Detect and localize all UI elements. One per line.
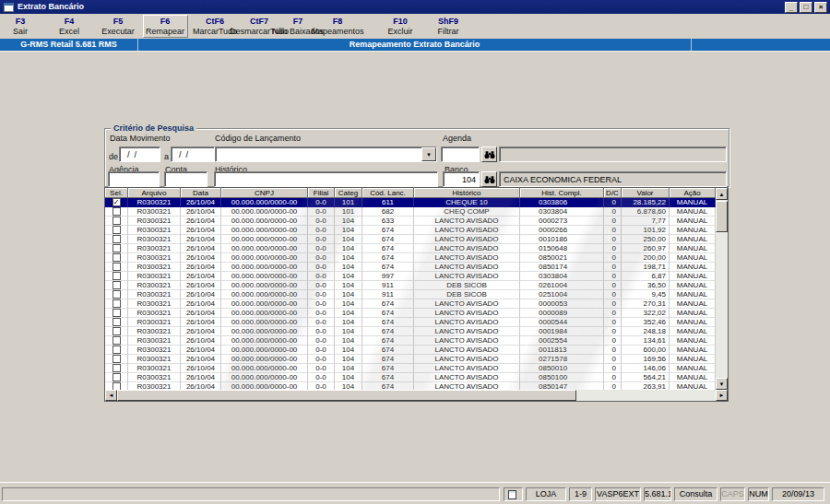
cell-historico: LANCTO AVISADO — [414, 309, 520, 318]
row-checkbox[interactable] — [113, 364, 121, 372]
table-row[interactable]: R030032126/10/0400.000.000/0000-000-0104… — [105, 253, 716, 263]
scroll-right-icon[interactable]: ► — [716, 390, 728, 401]
row-checkbox[interactable] — [113, 244, 121, 252]
table-row[interactable]: R030032126/10/0400.000.000/0000-000-0104… — [105, 364, 716, 373]
horizontal-scrollbar[interactable]: ◄ ► — [105, 390, 728, 401]
cell-data: 26/10/04 — [181, 217, 221, 226]
row-checkbox[interactable] — [113, 336, 121, 345]
cell-arquivo: R0300321 — [128, 355, 181, 364]
historico-input[interactable] — [214, 171, 438, 187]
cell-acao: MANUAL — [670, 346, 716, 355]
toolbar-button-excel[interactable]: F4Excel — [47, 15, 91, 38]
cell-hist-compl: 0303806 — [520, 198, 604, 207]
cell-valor: 248,18 — [622, 327, 670, 336]
table-row[interactable]: R030032126/10/0400.000.000/0000-000-0104… — [105, 382, 716, 390]
column-header-categ: Categ — [335, 188, 362, 198]
table-row[interactable]: R030032126/10/0400.000.000/0000-000-0104… — [105, 309, 716, 318]
table-row[interactable]: R030032126/10/0400.000.000/0000-000-0104… — [105, 272, 716, 281]
cell-dc: 0 — [604, 244, 622, 253]
row-checkbox[interactable] — [113, 373, 121, 381]
de-label: de — [109, 152, 118, 161]
table-row[interactable]: ✓R030032126/10/0400.000.000/0000-000-010… — [105, 198, 716, 207]
agenda-desc-field — [499, 147, 727, 162]
cell-historico: LANCTO AVISADO — [414, 253, 520, 263]
status-message-panel — [2, 487, 500, 501]
scroll-down-icon[interactable]: ▼ — [716, 378, 728, 390]
table-row[interactable]: R030032126/10/0400.000.000/0000-000-0104… — [105, 290, 716, 299]
status-consulta: Consulta — [674, 487, 717, 501]
row-checkbox[interactable] — [113, 272, 121, 280]
agencia-input[interactable] — [108, 171, 160, 187]
table-row[interactable]: R030032126/10/0400.000.000/0000-000-0104… — [105, 226, 716, 235]
cell-acao: MANUAL — [670, 198, 716, 207]
agenda-input[interactable] — [441, 147, 480, 162]
table-row[interactable]: R030032126/10/0400.000.000/0000-000-0104… — [105, 217, 716, 226]
date-to-input[interactable] — [171, 147, 215, 162]
table-row[interactable]: R030032126/10/0400.000.000/0000-000-0104… — [105, 327, 716, 336]
table-row[interactable]: R030032126/10/0400.000.000/0000-000-0104… — [105, 318, 716, 327]
row-checkbox[interactable] — [113, 263, 121, 271]
toolbar-key-label: CtF7 — [250, 17, 268, 26]
table-row[interactable]: R030032126/10/0400.000.000/0000-000-0104… — [105, 373, 716, 382]
row-checkbox[interactable] — [113, 207, 121, 216]
vertical-scroll-thumb[interactable] — [716, 201, 728, 232]
row-checkbox[interactable]: ✓ — [113, 198, 121, 206]
table-row[interactable]: R030032126/10/0400.000.000/0000-000-0104… — [105, 299, 716, 309]
table-row[interactable]: R030032126/10/0400.000.000/0000-000-0104… — [105, 244, 716, 253]
table-row[interactable]: R030032126/10/0400.000.000/0000-000-0104… — [105, 235, 716, 244]
conta-input[interactable] — [164, 171, 208, 187]
horizontal-scroll-thumb[interactable] — [117, 390, 576, 401]
table-row[interactable]: R030032126/10/0400.000.000/0000-000-0104… — [105, 336, 716, 346]
toolbar-button-mapeamentos[interactable]: F8Mapeamentos — [305, 15, 370, 38]
row-checkbox[interactable] — [113, 382, 121, 390]
row-checkbox[interactable] — [113, 355, 121, 363]
scroll-up-icon[interactable]: ▲ — [716, 188, 728, 200]
cell-historico: LANCTO AVISADO — [414, 226, 520, 235]
banco-input[interactable] — [443, 171, 480, 187]
toolbar-button-sair[interactable]: F3Sair — [0, 15, 41, 38]
row-checkbox[interactable] — [113, 226, 121, 234]
scroll-left-icon[interactable]: ◄ — [105, 390, 117, 401]
agenda-lookup-button[interactable] — [481, 147, 497, 162]
cell-hist-compl: 0850147 — [520, 382, 604, 390]
table-row[interactable]: R030032126/10/0400.000.000/0000-000-0101… — [105, 207, 716, 217]
toolbar-key-label: F6 — [160, 17, 171, 26]
table-row[interactable]: R030032126/10/0400.000.000/0000-000-0104… — [105, 346, 716, 355]
row-checkbox[interactable] — [113, 309, 121, 317]
row-select-cell — [105, 253, 128, 263]
minimize-button[interactable]: _ — [785, 2, 798, 13]
date-from-input[interactable] — [119, 147, 160, 162]
cell-cod-lanc: 674 — [362, 336, 414, 346]
row-checkbox[interactable] — [113, 235, 121, 243]
toolbar-button-excluir[interactable]: F10Excluir — [379, 15, 421, 38]
cell-acao: MANUAL — [670, 226, 716, 235]
cell-cod-lanc: 674 — [362, 309, 414, 318]
row-checkbox[interactable] — [113, 290, 121, 299]
cell-dc: 0 — [604, 263, 622, 272]
maximize-button[interactable]: □ — [800, 2, 812, 13]
row-select-cell — [105, 309, 128, 318]
binoculars-icon — [484, 175, 495, 184]
cell-historico: DEB SICOB — [414, 290, 520, 299]
table-row[interactable]: R030032126/10/0400.000.000/0000-000-0104… — [105, 355, 716, 364]
row-checkbox[interactable] — [113, 318, 121, 326]
row-checkbox[interactable] — [113, 253, 121, 262]
cell-acao: MANUAL — [670, 382, 716, 390]
banco-lookup-button[interactable] — [481, 171, 497, 187]
table-row[interactable]: R030032126/10/0400.000.000/0000-000-0104… — [105, 263, 716, 272]
vertical-scrollbar[interactable]: ▲ ▼ — [716, 188, 728, 390]
toolbar-button-filtrar[interactable]: ShF9Filtrar — [428, 15, 468, 38]
toolbar-button-remapear[interactable]: F6Remapear — [143, 15, 188, 38]
toolbar-button-executar[interactable]: F5Executar — [92, 15, 144, 38]
row-checkbox[interactable] — [113, 346, 121, 354]
row-checkbox[interactable] — [113, 327, 121, 335]
close-button[interactable]: × — [814, 2, 827, 13]
cell-data: 26/10/04 — [181, 346, 221, 355]
combo-dropdown-icon[interactable]: ▼ — [421, 147, 436, 161]
codigo-lancamento-combobox[interactable]: ▼ — [215, 147, 437, 162]
table-row[interactable]: R030032126/10/0400.000.000/0000-000-0104… — [105, 281, 716, 290]
row-checkbox[interactable] — [113, 281, 121, 289]
row-checkbox[interactable] — [113, 217, 121, 225]
cell-hist-compl: 0303804 — [520, 207, 604, 217]
row-checkbox[interactable] — [113, 299, 121, 308]
